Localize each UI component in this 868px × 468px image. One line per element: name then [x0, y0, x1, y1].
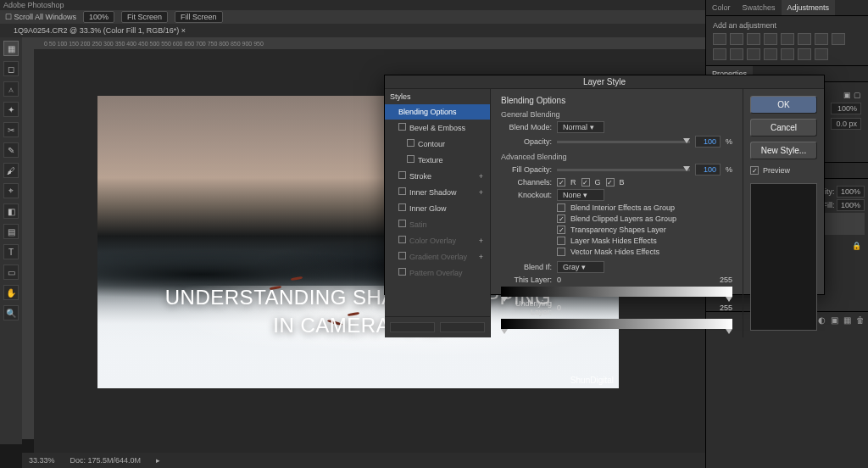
- style-blending-options[interactable]: Blending Options: [385, 104, 490, 120]
- dialog-buttons: OK Cancel New Style... Preview: [743, 89, 824, 337]
- tool-wand[interactable]: ✦: [3, 102, 19, 117]
- chk-layer-mask[interactable]: [557, 237, 565, 245]
- style-texture[interactable]: Texture: [385, 152, 490, 168]
- tool-lasso[interactable]: ⟑: [3, 81, 19, 97]
- dialog-title[interactable]: Layer Style: [385, 75, 824, 89]
- preview-checkbox[interactable]: [750, 166, 759, 175]
- chk-vector-mask[interactable]: [557, 248, 565, 256]
- plus-icon[interactable]: +: [479, 188, 483, 197]
- feather-value[interactable]: 0.0 px: [831, 118, 861, 130]
- style-gradient-overlay[interactable]: Gradient Overlay+: [385, 248, 490, 265]
- group-icon[interactable]: ▣: [831, 315, 838, 325]
- blend-if-label: Blend If:: [501, 263, 552, 271]
- pct-label: %: [726, 137, 732, 146]
- adj-gradient-map-icon[interactable]: [798, 48, 811, 60]
- fill-opacity-slider[interactable]: [557, 169, 690, 171]
- tab-swatches[interactable]: Swatches: [737, 0, 782, 15]
- tool-eyedropper[interactable]: ✎: [3, 142, 19, 158]
- advanced-blending-label: Advanced Blending: [501, 153, 732, 161]
- channel-b[interactable]: [606, 178, 615, 187]
- opacity-slider[interactable]: [557, 141, 690, 143]
- plus-icon[interactable]: +: [479, 237, 483, 245]
- adj-brightness-icon[interactable]: [713, 33, 726, 45]
- adj-vibrance-icon[interactable]: [781, 33, 794, 45]
- plus-icon[interactable]: +: [479, 253, 483, 261]
- adjustments-panel: Add an adjustment: [706, 16, 868, 65]
- tool-shape[interactable]: ▭: [3, 265, 19, 280]
- channel-g[interactable]: [581, 178, 590, 187]
- zoom-level[interactable]: 33.33%: [29, 456, 55, 465]
- document-tab[interactable]: 1Q9A0254.CR2 @ 33.3% (Color Fill 1, RGB/…: [8, 25, 191, 36]
- adj-channel-mixer-icon[interactable]: [713, 48, 726, 60]
- layer-style-dialog[interactable]: Layer Style Styles Blending Options Beve…: [384, 75, 825, 295]
- new-style-button[interactable]: New Style...: [750, 142, 817, 159]
- tool-crop[interactable]: ✂: [3, 122, 19, 137]
- tab-adjustments[interactable]: Adjustments: [782, 0, 836, 15]
- scroll-all-label: Scroll All Windows: [14, 13, 77, 21]
- tool-brush[interactable]: 🖌: [3, 163, 19, 178]
- fill-opacity-input[interactable]: 100: [695, 164, 721, 176]
- scroll-all-checkbox[interactable]: ☐ Scroll All Windows: [5, 13, 76, 21]
- this-layer-slider[interactable]: [501, 287, 732, 297]
- adj-photo-filter-icon[interactable]: [832, 33, 845, 45]
- opacity-value[interactable]: 100%: [837, 186, 865, 198]
- chk-clipped[interactable]: [557, 214, 565, 223]
- blend-mode-label: Blend Mode:: [501, 123, 552, 131]
- status-arrow-icon[interactable]: ▸: [156, 456, 160, 465]
- adj-lut-icon[interactable]: [730, 48, 743, 60]
- new-layer-icon[interactable]: ▦: [843, 315, 851, 325]
- tool-eraser[interactable]: ◧: [3, 203, 19, 219]
- tool-move[interactable]: ▦: [3, 41, 19, 56]
- tool-clone[interactable]: ⌖: [3, 183, 19, 198]
- adj-hue-icon[interactable]: [798, 33, 811, 45]
- fill-value[interactable]: 100%: [837, 199, 865, 211]
- opacity-label: Opacity:: [501, 137, 552, 146]
- style-contour[interactable]: Contour: [385, 136, 490, 152]
- adj-curves-icon[interactable]: [747, 33, 760, 45]
- adj-levels-icon[interactable]: [730, 33, 743, 45]
- fit-screen-button[interactable]: Fit Screen: [121, 11, 168, 23]
- knockout-dropdown[interactable]: None ▾: [557, 189, 604, 201]
- tool-marquee[interactable]: ◻: [3, 61, 19, 76]
- ok-button[interactable]: OK: [750, 96, 817, 114]
- chk-transparency[interactable]: [557, 226, 565, 234]
- trash-icon[interactable]: 🗑: [856, 315, 865, 325]
- channels-label: Channels:: [501, 178, 552, 187]
- tool-hand[interactable]: ✋: [3, 285, 19, 300]
- style-color-overlay[interactable]: Color Overlay+: [385, 232, 490, 248]
- plus-icon[interactable]: +: [479, 172, 483, 181]
- adj-bw-icon[interactable]: [815, 33, 828, 45]
- blend-mode-dropdown[interactable]: Normal ▾: [557, 121, 604, 133]
- fx-trash-icon[interactable]: [440, 322, 485, 332]
- knockout-label: Knockout:: [501, 191, 552, 199]
- adj-posterize-icon[interactable]: [764, 48, 777, 60]
- style-inner-glow[interactable]: Inner Glow: [385, 200, 490, 216]
- style-stroke[interactable]: Stroke+: [385, 168, 490, 184]
- style-satin[interactable]: Satin: [385, 216, 490, 232]
- tool-gradient[interactable]: ▤: [3, 224, 19, 239]
- mask-buttons[interactable]: ▣ ▢: [843, 91, 861, 99]
- chk-vector-mask-label: Vector Mask Hides Effects: [570, 248, 659, 256]
- tool-zoom[interactable]: 🔍: [3, 305, 19, 320]
- adj-selective-icon[interactable]: [815, 48, 828, 60]
- underlying-slider[interactable]: [501, 319, 732, 329]
- opacity-input[interactable]: 100: [695, 136, 721, 148]
- cancel-button[interactable]: Cancel: [750, 119, 817, 136]
- ruler-vertical: [22, 49, 34, 439]
- style-bevel-emboss[interactable]: Bevel & Emboss: [385, 120, 490, 136]
- tool-type[interactable]: T: [3, 244, 19, 259]
- adj-exposure-icon[interactable]: [764, 33, 777, 45]
- chk-interior[interactable]: [557, 203, 565, 212]
- style-inner-shadow[interactable]: Inner Shadow+: [385, 184, 490, 200]
- watermark: ShunDigital: [570, 376, 614, 385]
- zoom-100-button[interactable]: 100%: [83, 11, 114, 23]
- density-value[interactable]: 100%: [831, 103, 861, 114]
- fx-preset-icon[interactable]: [390, 322, 435, 332]
- tab-color[interactable]: Color: [706, 0, 737, 15]
- channel-r[interactable]: [557, 178, 565, 187]
- adj-threshold-icon[interactable]: [781, 48, 794, 60]
- style-pattern-overlay[interactable]: Pattern Overlay: [385, 265, 490, 281]
- fill-screen-button[interactable]: Fill Screen: [175, 11, 223, 23]
- adj-invert-icon[interactable]: [747, 48, 760, 60]
- blend-if-dropdown[interactable]: Gray ▾: [557, 261, 604, 273]
